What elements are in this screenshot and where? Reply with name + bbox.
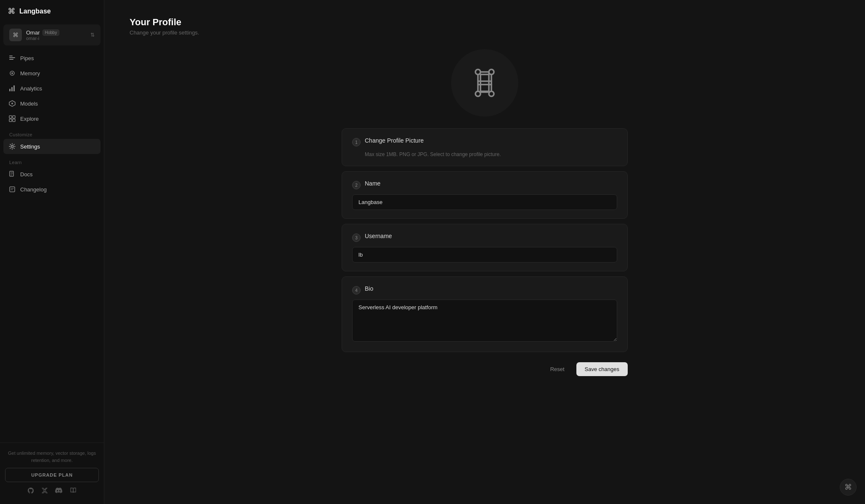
app-logo: ⌘ Langbase (0, 0, 104, 23)
sidebar-item-changelog[interactable]: Changelog (3, 182, 101, 197)
svg-rect-7 (13, 85, 15, 91)
name-title: Name (365, 180, 617, 187)
bio-title: Bio (365, 285, 617, 292)
profile-content: 1 Change Profile Picture Max size 1MB. P… (130, 49, 840, 376)
analytics-label: Analytics (20, 85, 42, 92)
customize-section-label: Customize (3, 126, 101, 139)
analytics-icon (8, 85, 16, 92)
svg-rect-5 (9, 89, 11, 91)
profile-picture-card: 1 Change Profile Picture Max size 1MB. P… (342, 128, 628, 166)
name-card: 2 Name (342, 171, 628, 219)
upgrade-info-text: Get unlimited memory, vector storage, lo… (5, 450, 99, 464)
user-plan-badge: Hobby (42, 29, 60, 36)
footer-social-icons (5, 482, 99, 497)
username-card: 3 Username (342, 224, 628, 271)
bio-header: 4 Bio (352, 285, 617, 294)
svg-rect-1 (9, 59, 13, 60)
user-handle: omar-i (26, 36, 86, 41)
chevron-updown-icon: ⇅ (90, 32, 95, 38)
pipes-label: Pipes (20, 55, 34, 61)
svg-rect-0 (9, 57, 15, 58)
step-3-badge: 3 (352, 233, 361, 242)
save-changes-button[interactable]: Save changes (576, 362, 628, 376)
profile-form: 1 Change Profile Picture Max size 1MB. P… (342, 128, 628, 376)
settings-label: Settings (20, 143, 40, 150)
sidebar-item-pipes[interactable]: Pipes (3, 50, 101, 66)
step-4-badge: 4 (352, 286, 361, 294)
svg-rect-18 (489, 69, 494, 74)
sidebar-item-settings[interactable]: Settings (3, 139, 101, 154)
command-palette-button[interactable]: ⌘ (840, 479, 857, 496)
username-header: 3 Username (352, 233, 617, 242)
sidebar-item-analytics[interactable]: Analytics (3, 81, 101, 96)
book-icon[interactable] (70, 487, 77, 496)
svg-point-14 (11, 146, 13, 148)
main-nav: Pipes Memory Analytics (0, 47, 104, 443)
learn-section-label: Learn (3, 154, 101, 167)
svg-rect-16 (10, 187, 15, 192)
main-content: Your Profile Change your profile setting… (104, 0, 865, 504)
docs-icon (8, 170, 16, 178)
svg-rect-10 (9, 116, 12, 118)
profile-picture-header: 1 Change Profile Picture (352, 137, 617, 146)
bio-card: 4 Bio (342, 276, 628, 352)
sidebar-item-models[interactable]: Models (3, 96, 101, 111)
name-header: 2 Name (352, 180, 617, 189)
svg-rect-13 (13, 119, 15, 122)
upgrade-plan-button[interactable]: UPGRADE PLAN (5, 468, 99, 482)
user-avatar-icon: ⌘ (9, 29, 22, 41)
logo-icon: ⌘ (8, 7, 15, 16)
svg-rect-17 (475, 69, 480, 74)
github-icon[interactable] (27, 487, 34, 496)
profile-picture-desc: Max size 1MB. PNG or JPG. Select to chan… (365, 151, 617, 157)
user-switcher[interactable]: ⌘ Omar Hobby omar-i ⇅ (3, 24, 101, 45)
app-name: Langbase (19, 8, 51, 15)
sidebar-item-explore[interactable]: Explore (3, 111, 101, 126)
models-label: Models (20, 101, 38, 107)
sidebar-item-memory[interactable]: Memory (3, 66, 101, 81)
svg-rect-6 (11, 87, 13, 91)
sidebar: ⌘ Langbase ⌘ Omar Hobby omar-i ⇅ Pipes (0, 0, 104, 504)
docs-label: Docs (20, 171, 33, 178)
svg-rect-20 (489, 91, 494, 96)
discord-icon[interactable] (55, 488, 62, 495)
profile-picture-title: Change Profile Picture (365, 137, 617, 144)
svg-rect-2 (9, 56, 13, 56)
changelog-icon (8, 186, 16, 193)
page-title: Your Profile (130, 17, 840, 28)
explore-icon (8, 115, 16, 122)
profile-avatar[interactable] (451, 49, 518, 117)
step-2-badge: 2 (352, 181, 361, 189)
models-icon (8, 100, 16, 107)
cmd-float-icon: ⌘ (844, 483, 852, 492)
reset-button[interactable]: Reset (544, 362, 571, 376)
svg-rect-19 (475, 91, 480, 96)
page-subtitle: Change your profile settings. (130, 29, 840, 36)
svg-rect-12 (9, 119, 12, 122)
user-info: Omar Hobby omar-i (26, 29, 86, 41)
explore-label: Explore (20, 116, 39, 122)
username-title: Username (365, 233, 617, 239)
step-1-badge: 1 (352, 138, 361, 146)
changelog-label: Changelog (20, 186, 47, 193)
pipes-icon (8, 54, 16, 62)
name-input[interactable] (352, 194, 617, 210)
twitter-x-icon[interactable] (42, 488, 48, 495)
svg-point-9 (11, 103, 13, 104)
sidebar-item-docs[interactable]: Docs (3, 167, 101, 182)
bio-textarea[interactable] (352, 300, 617, 342)
form-actions: Reset Save changes (342, 362, 628, 376)
memory-icon (8, 69, 16, 77)
svg-rect-11 (13, 116, 15, 118)
username-input[interactable] (352, 247, 617, 263)
sidebar-bottom: Get unlimited memory, vector storage, lo… (0, 443, 104, 504)
avatar-cmd-icon (468, 66, 501, 100)
memory-label: Memory (20, 70, 40, 77)
settings-icon (8, 143, 16, 150)
svg-point-4 (11, 72, 13, 74)
user-name: Omar (26, 29, 40, 36)
